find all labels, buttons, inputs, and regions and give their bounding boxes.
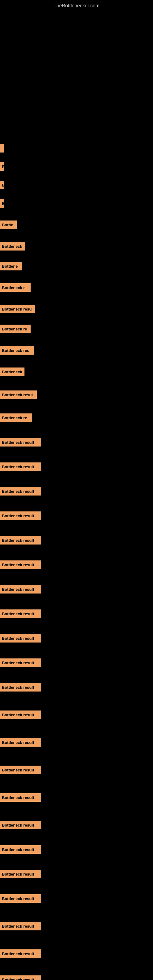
result-bar: Bottleneck result: [0, 560, 41, 569]
result-bar-container: Bottleneck result: [0, 821, 41, 829]
result-bar: Bottleneck result: [0, 438, 41, 447]
result-bar-container: B: [0, 199, 4, 208]
result-bar-container: Bottlene: [0, 262, 22, 270]
result-bar-container: Bottleneck result: [0, 487, 41, 495]
result-bar-container: B: [0, 181, 4, 189]
result-bar: Bottleneck result: [0, 463, 41, 471]
result-bar: Bottleneck result: [0, 793, 41, 802]
result-bar: Bottleneck result: [0, 766, 41, 774]
result-bar: Bottleneck result: [0, 634, 41, 643]
result-bar-container: Bottleneck result: [0, 738, 41, 747]
result-bar-container: Bottleneck: [0, 368, 24, 376]
result-bar: Bottleneck result: [0, 845, 41, 854]
result-bar: Bottleneck result: [0, 922, 41, 931]
result-bar-container: Bottleneck result: [0, 950, 41, 958]
site-title: TheBottlenecker.com: [0, 0, 153, 12]
result-bar-container: Bottleneck: [0, 242, 25, 250]
result-bar: Bottlene: [0, 262, 22, 270]
result-bar: Bottleneck: [0, 368, 24, 376]
result-bar-container: Bottleneck result: [0, 683, 41, 692]
result-bar-container: Bottleneck result: [0, 766, 41, 774]
result-bar: Bottleneck result: [0, 683, 41, 692]
result-bar: [0, 144, 4, 153]
result-bar: Bottleneck result: [0, 487, 41, 495]
result-bar-container: Bottleneck result: [0, 634, 41, 643]
result-bar-container: Bottleneck result: [0, 793, 41, 802]
result-bar-container: Bottle: [0, 221, 17, 229]
result-bar-container: Bottleneck result: [0, 659, 41, 667]
result-bar-container: Bottleneck resu: [0, 305, 35, 313]
result-bar: Bottleneck res: [0, 346, 33, 355]
result-bar-container: Bottleneck result: [0, 609, 41, 618]
result-bar-container: Bottleneck re: [0, 325, 30, 333]
result-bar: Bottleneck result: [0, 870, 41, 878]
result-bar: Bottleneck re: [0, 414, 32, 422]
result-bar-container: Bottleneck res: [0, 346, 33, 355]
result-bar-container: Bottleneck result: [0, 560, 41, 569]
result-bar-container: Bottleneck result: [0, 870, 41, 878]
result-bar: Bottleneck r: [0, 283, 30, 292]
result-bar: Bottleneck result: [0, 821, 41, 829]
result-bar-container: Bottleneck re: [0, 414, 32, 422]
result-bar: Bottleneck result: [0, 659, 41, 667]
result-bar-container: Bottleneck resul: [0, 390, 37, 399]
result-bar: Bottleneck: [0, 242, 25, 250]
result-bar: Bottle: [0, 221, 17, 229]
result-bar: Bottleneck result: [0, 975, 41, 980]
result-bar-container: Bottleneck result: [0, 845, 41, 854]
result-bar-container: [0, 144, 4, 153]
result-bar: Bottleneck result: [0, 738, 41, 747]
result-bar: Bottleneck result: [0, 950, 41, 958]
result-bar: Bottleneck re: [0, 325, 30, 333]
result-bar-container: Bottleneck result: [0, 711, 41, 719]
result-bar: B: [0, 199, 4, 208]
result-bar: Bottleneck result: [0, 711, 41, 719]
result-bar-container: Bottleneck result: [0, 894, 41, 903]
result-bar-container: Bottleneck r: [0, 283, 30, 292]
result-bar: B: [0, 181, 4, 189]
result-bar-container: Bottleneck result: [0, 511, 41, 520]
result-bar: Bottleneck result: [0, 585, 41, 593]
result-bar: Bottleneck resu: [0, 305, 35, 313]
result-bar: Bottleneck result: [0, 511, 41, 520]
result-bar-container: Bottleneck result: [0, 585, 41, 593]
result-bar-container: Bottleneck result: [0, 463, 41, 471]
result-bar: B: [0, 162, 4, 171]
result-bar: Bottleneck result: [0, 609, 41, 618]
result-bar: Bottleneck result: [0, 894, 41, 903]
result-bar-container: Bottleneck result: [0, 922, 41, 931]
result-bar-container: Bottleneck result: [0, 975, 41, 980]
result-bar: Bottleneck resul: [0, 390, 37, 399]
result-bar-container: Bottleneck result: [0, 438, 41, 447]
result-bar: Bottleneck result: [0, 536, 41, 544]
result-bar-container: Bottleneck result: [0, 536, 41, 544]
result-bar-container: B: [0, 162, 4, 171]
